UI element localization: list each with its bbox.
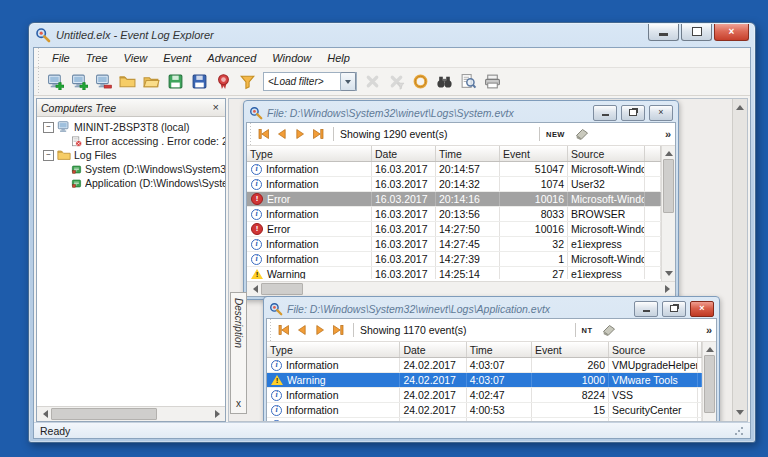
save-workspace-button[interactable] (164, 71, 187, 93)
column-header-source[interactable]: Source (568, 146, 645, 161)
scroll-up-icon[interactable] (662, 146, 675, 159)
scroll-down-icon[interactable] (662, 268, 675, 281)
close-button[interactable]: × (714, 24, 749, 41)
event-row[interactable]: iInformation24.02.20174:00:5315SecurityC… (267, 403, 702, 418)
scroll-up-icon[interactable] (703, 342, 716, 355)
application-close-button[interactable]: × (690, 301, 714, 317)
column-header-date[interactable]: Date (400, 342, 466, 357)
eraser-button[interactable] (600, 321, 618, 339)
menu-event[interactable]: Event (155, 52, 199, 64)
tree-item-system-log[interactable]: System (D:\Windows\System32\win (37, 162, 225, 176)
event-row[interactable]: !Warning16.03.201714:25:1427e1iexpress (247, 267, 661, 279)
tree-item-log-files[interactable]: − Log Files (37, 148, 225, 162)
column-header-date[interactable]: Date (372, 146, 436, 161)
last-event-button[interactable] (309, 125, 327, 143)
load-filter-combobox[interactable]: <Load filter> (263, 72, 357, 91)
tree-item-computer[interactable]: − MININT-2BSP3T8 (local) (37, 120, 225, 134)
minimize-button[interactable] (648, 24, 679, 41)
computers-tree-close-button[interactable]: × (211, 102, 221, 113)
add-computer-button[interactable] (68, 71, 91, 93)
system-vertical-scrollbar[interactable] (661, 146, 675, 281)
collapse-icon[interactable]: − (43, 150, 54, 161)
eraser-button[interactable] (573, 125, 591, 143)
column-header-source[interactable]: Source (609, 342, 698, 357)
prev-event-button[interactable] (293, 321, 311, 339)
system-close-button[interactable]: × (649, 105, 673, 121)
filter-button[interactable] (236, 71, 259, 93)
event-row[interactable]: iInformation16.03.201720:13:568033BROWSE… (247, 207, 661, 222)
application-minimize-button[interactable] (634, 301, 658, 317)
connect-computer-button[interactable] (44, 71, 67, 93)
event-row[interactable]: iInformation16.03.201714:27:4532e1iexpre… (247, 237, 661, 252)
event-row[interactable]: iInformation24.02.20174:03:07260VMUpgrad… (267, 358, 702, 373)
description-tab-label[interactable]: Description (233, 293, 244, 399)
first-event-button[interactable] (255, 125, 273, 143)
menu-advanced[interactable]: Advanced (199, 52, 264, 64)
toolbar-overflow-button[interactable]: » (661, 128, 675, 140)
scroll-thumb[interactable] (261, 283, 303, 295)
event-row[interactable]: iInformation16.03.201714:27:391Microsoft… (247, 252, 661, 267)
next-event-button[interactable] (311, 321, 329, 339)
mdi-vertical-scrollbar[interactable] (732, 99, 747, 421)
menu-help[interactable]: Help (319, 52, 358, 64)
scroll-thumb[interactable] (704, 355, 715, 413)
column-header-time[interactable]: Time (436, 146, 500, 161)
system-horizontal-scrollbar[interactable] (247, 281, 675, 296)
scroll-right-icon[interactable] (661, 282, 675, 296)
first-event-button[interactable] (275, 321, 293, 339)
event-row[interactable]: iInformation16.03.201720:14:5751047Micro… (247, 162, 661, 177)
prev-event-button[interactable] (273, 125, 291, 143)
system-restore-button[interactable] (621, 105, 645, 121)
maximize-button[interactable] (681, 24, 712, 41)
open-log-button[interactable] (116, 71, 139, 93)
event-seal-button[interactable] (212, 71, 235, 93)
column-header-type[interactable]: Type (267, 342, 400, 357)
toolbar-overflow-button[interactable]: » (702, 324, 716, 336)
last-event-button[interactable] (329, 321, 347, 339)
column-header-event[interactable]: Event (532, 342, 609, 357)
description-panel-tab[interactable]: Description x (230, 292, 247, 414)
refresh-button[interactable] (409, 71, 432, 93)
system-minimize-button[interactable] (593, 105, 617, 121)
clear-filter-button[interactable] (361, 71, 384, 93)
menu-view[interactable]: View (116, 52, 156, 64)
application-vertical-scrollbar[interactable] (702, 342, 716, 422)
event-row[interactable]: !Warning24.02.20174:03:071000VMware Tool… (267, 373, 702, 388)
collapse-icon[interactable]: − (43, 122, 54, 133)
column-header-time[interactable]: Time (467, 342, 532, 357)
tree-horizontal-scrollbar[interactable] (37, 406, 225, 421)
application-restore-button[interactable] (662, 301, 686, 317)
scroll-thumb[interactable] (663, 159, 674, 213)
column-header-type[interactable]: Type (247, 146, 372, 161)
print-button[interactable] (481, 71, 504, 93)
event-row[interactable]: iInformation24.02.20174:00:5315SecurityC… (267, 418, 702, 422)
system-window-titlebar[interactable]: File: D:\Windows\System32\winevt\Logs\Sy… (246, 103, 676, 122)
scroll-right-icon[interactable] (211, 407, 225, 421)
load-filter-dropdown-button[interactable] (340, 72, 356, 91)
event-row[interactable]: !Error16.03.201720:14:1610016Microsoft-W… (247, 192, 661, 207)
scroll-down-icon[interactable] (736, 410, 744, 419)
column-header-event[interactable]: Event (500, 146, 568, 161)
next-event-button[interactable] (291, 125, 309, 143)
remove-computer-button[interactable] (92, 71, 115, 93)
resize-grip[interactable] (734, 426, 744, 436)
menu-window[interactable]: Window (264, 52, 319, 64)
description-close-button[interactable]: x (236, 399, 241, 413)
application-window-titlebar[interactable]: File: D:\Windows\System32\winevt\Logs\Ap… (266, 299, 717, 318)
open-folder-button[interactable] (140, 71, 163, 93)
view-details-button[interactable] (457, 71, 480, 93)
app-titlebar[interactable]: Untitled.elx - Event Log Explorer × (29, 23, 755, 47)
scroll-thumb[interactable] (51, 408, 157, 420)
scroll-up-icon[interactable] (736, 101, 744, 110)
event-row[interactable]: iInformation24.02.20174:02:478224VSS (267, 388, 702, 403)
tree-item-error[interactable]: Error accessing . Error code: 2138 (37, 134, 225, 148)
menu-file[interactable]: File (44, 52, 78, 64)
save-button[interactable] (188, 71, 211, 93)
event-row[interactable]: !Error16.03.201714:27:5010016Microsoft-W… (247, 222, 661, 237)
scroll-left-icon[interactable] (37, 407, 51, 421)
find-button[interactable] (433, 71, 456, 93)
tree-item-application-log[interactable]: Application (D:\Windows\System32\ (37, 176, 225, 190)
event-row[interactable]: iInformation16.03.201720:14:321074User32 (247, 177, 661, 192)
disable-filter-button[interactable] (385, 71, 408, 93)
menu-tree[interactable]: Tree (78, 52, 116, 64)
